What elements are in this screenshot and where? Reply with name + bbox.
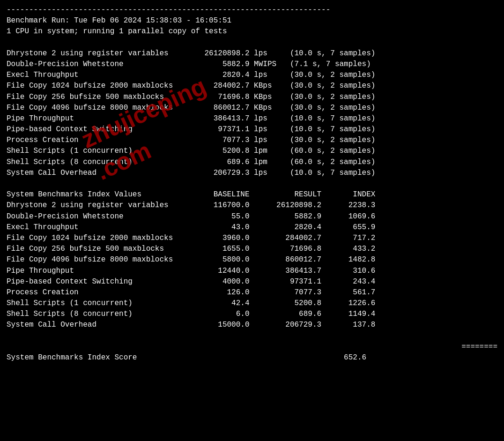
index-result-row: Pipe-based Context Switching 4000.0 9737… [7,277,497,287]
raw-result-row: Shell Scripts (1 concurrent) 5200.8 lpm … [7,146,497,157]
index-section: System Benchmarks Index Values BASELINE … [7,189,497,330]
equals-line: ======== [7,342,497,352]
index-result-row: Pipe Throughput 12440.0 386413.7 310.6 [7,266,497,277]
raw-result-row: Pipe Throughput 386413.7 lps (10.0 s, 7 … [7,113,497,124]
index-result-row: Shell Scripts (1 concurrent) 42.4 5200.8… [7,298,497,309]
raw-result-row: Double-Precision Whetstone 5882.9 MWIPS … [7,59,497,70]
terminal-container: ----------------------------------------… [7,5,497,363]
raw-result-row: Pipe-based Context Switching 97371.1 lps… [7,124,497,135]
raw-result-row: Shell Scripts (8 concurrent) 689.6 lpm (… [7,157,497,168]
raw-result-row: Process Creation 7077.3 lps (30.0 s, 2 s… [7,135,497,146]
raw-result-row: Execl Throughput 2820.4 lps (30.0 s, 2 s… [7,70,497,81]
index-results-list: Dhrystone 2 using register variables 116… [7,200,497,330]
index-result-row: File Copy 1024 bufsize 2000 maxblocks 39… [7,233,497,244]
index-result-row: File Copy 4096 bufsize 8000 maxblocks 58… [7,254,497,265]
index-result-row: Double-Precision Whetstone 55.0 5882.9 1… [7,211,497,222]
score-row: System Benchmarks Index Score 652.6 [7,352,497,363]
raw-result-row: File Copy 4096 bufsize 8000 maxblocks 86… [7,103,497,113]
header-line2: 1 CPU in system; running 1 parallel copy… [7,26,497,37]
index-result-row: Shell Scripts (8 concurrent) 6.0 689.6 1… [7,309,497,320]
separator-top: ----------------------------------------… [7,5,497,15]
index-result-row: Process Creation 126.0 7077.3 561.7 [7,287,497,298]
raw-result-row: System Call Overhead 206729.3 lps (10.0 … [7,168,497,179]
index-result-row: Dhrystone 2 using register variables 116… [7,200,497,211]
raw-results-section: Dhrystone 2 using register variables 261… [7,48,497,179]
raw-result-row: File Copy 256 bufsize 500 maxblocks 7169… [7,92,497,103]
header-line1: Benchmark Run: Tue Feb 06 2024 15:38:03 … [7,15,497,26]
raw-result-row: File Copy 1024 bufsize 2000 maxblocks 28… [7,81,497,91]
index-header: System Benchmarks Index Values BASELINE … [7,189,497,200]
index-result-row: System Call Overhead 15000.0 206729.3 13… [7,320,497,330]
benchmark-header: Benchmark Run: Tue Feb 06 2024 15:38:03 … [7,15,497,37]
raw-result-row: Dhrystone 2 using register variables 261… [7,48,497,59]
index-result-row: Execl Throughput 43.0 2820.4 655.9 [7,222,497,233]
index-result-row: File Copy 256 bufsize 500 maxblocks 1655… [7,244,497,254]
